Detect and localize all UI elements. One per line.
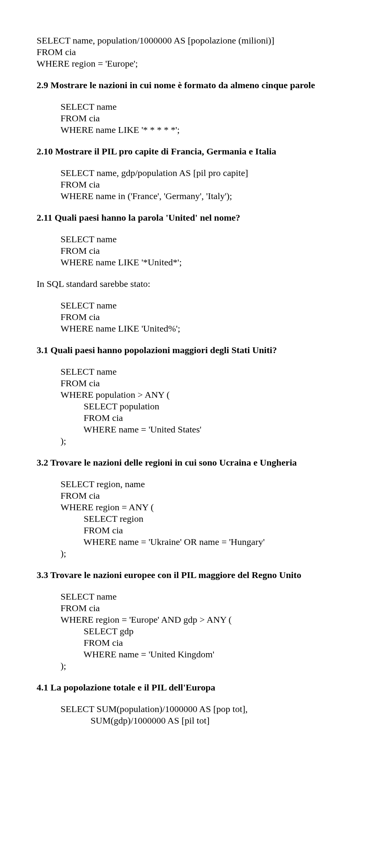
question-2-11: 2.11 Quali paesi hanno la parola 'United… [37, 212, 333, 223]
question-2-9: 2.9 Mostrare le nazioni in cui nome è fo… [37, 79, 333, 91]
question-2-10: 2.10 Mostrare il PIL pro capite di Franc… [37, 146, 333, 157]
question-3-3: 3.3 Trovare le nazioni europee con il PI… [37, 569, 333, 581]
code-block-3-2: SELECT region, name FROM cia WHERE regio… [61, 478, 333, 559]
code-block-3-1: SELECT name FROM cia WHERE population > … [61, 366, 333, 447]
code-block-2-11a: SELECT name FROM cia WHERE name LIKE '*U… [61, 233, 333, 268]
narrative-sql-standard: In SQL standard sarebbe stato: [37, 278, 333, 290]
code-block-intro: SELECT name, population/1000000 AS [popo… [37, 35, 333, 69]
code-block-2-9: SELECT name FROM cia WHERE name LIKE '* … [61, 101, 333, 136]
code-block-4-1: SELECT SUM(population)/1000000 AS [pop t… [61, 703, 333, 726]
code-block-2-10: SELECT name, gdp/population AS [pil pro … [61, 167, 333, 202]
question-4-1: 4.1 La popolazione totale e il PIL dell'… [37, 682, 333, 693]
question-3-2: 3.2 Trovare le nazioni delle regioni in … [37, 457, 333, 468]
code-block-2-11b: SELECT name FROM cia WHERE name LIKE 'Un… [61, 300, 333, 334]
code-block-3-3: SELECT name FROM cia WHERE region = 'Eur… [61, 591, 333, 672]
question-3-1: 3.1 Quali paesi hanno popolazioni maggio… [37, 344, 333, 356]
